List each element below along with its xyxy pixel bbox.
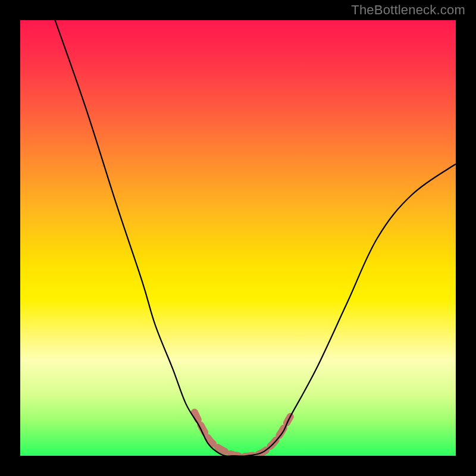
- bottleneck-curve: [55, 20, 456, 456]
- plot-area: [20, 20, 456, 456]
- optimal-range-highlight: [195, 412, 290, 456]
- curve-svg: [20, 20, 456, 456]
- chart-frame: TheBottleneck.com: [0, 0, 476, 476]
- attribution-text: TheBottleneck.com: [351, 2, 465, 18]
